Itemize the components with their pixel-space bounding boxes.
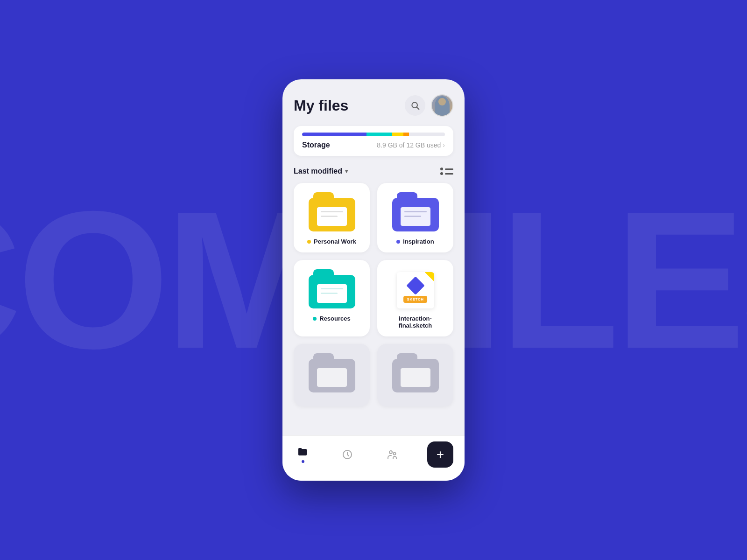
avatar[interactable] [431, 94, 453, 117]
file-name-personal-work: Personal Work [307, 238, 356, 245]
svg-point-4 [393, 453, 395, 455]
nav-files-button[interactable] [294, 444, 312, 465]
nav-recent-button[interactable] [338, 447, 357, 462]
file-item-inspiration[interactable]: Inspiration [377, 183, 453, 252]
file-item-sketch[interactable]: SKETCH interaction-final.sketch [377, 260, 453, 336]
bottom-nav: + [282, 435, 465, 481]
add-button[interactable]: + [427, 441, 453, 468]
file-item-gray-2[interactable] [377, 344, 453, 406]
search-button[interactable] [405, 95, 425, 116]
sort-chevron-icon: ▾ [345, 168, 348, 175]
sketch-diamond-icon [406, 276, 425, 295]
view-toggle-button[interactable] [440, 168, 453, 175]
file-dot-inspiration [396, 240, 400, 244]
view-toggle-row-2 [440, 172, 453, 175]
file-dot-personal-work [307, 240, 311, 244]
folder-personal-work-icon [309, 192, 355, 231]
files-grid: Personal Work Inspiration [294, 183, 453, 414]
sketch-badge: SKETCH [403, 296, 428, 303]
header: My files [294, 94, 453, 117]
view-toggle-line [445, 168, 453, 170]
search-icon [410, 101, 420, 110]
storage-segment-cyan [366, 133, 392, 136]
sketch-file-icon: SKETCH [392, 269, 439, 308]
file-dot-resources [313, 317, 317, 321]
view-toggle-dot [440, 172, 443, 175]
sort-bar: Last modified ▾ [294, 167, 453, 175]
folder-gray-1-icon [309, 353, 355, 392]
storage-label: Storage [302, 141, 330, 149]
nav-shared-button[interactable] [383, 447, 402, 462]
storage-segment-blue [302, 133, 366, 136]
header-actions [405, 94, 453, 117]
storage-usage: 8.9 GB of 12 GB used › [377, 141, 445, 149]
sort-button[interactable]: Last modified ▾ [294, 167, 348, 175]
page-title: My files [294, 97, 348, 114]
svg-point-3 [389, 451, 392, 454]
avatar-figure [435, 96, 450, 116]
view-toggle-dot [440, 168, 443, 170]
storage-info: Storage 8.9 GB of 12 GB used › [302, 141, 445, 149]
clock-nav-icon [342, 449, 353, 460]
file-item-gray-1[interactable] [294, 344, 370, 406]
file-item-resources[interactable]: Resources [294, 260, 370, 336]
storage-chevron-icon: › [443, 141, 445, 149]
storage-card[interactable]: Storage 8.9 GB of 12 GB used › [294, 126, 453, 156]
folder-nav-icon [297, 446, 309, 457]
nav-active-dot [302, 460, 304, 463]
storage-segment-yellow [392, 133, 403, 136]
file-name-inspiration: Inspiration [396, 238, 434, 245]
file-name-sketch: interaction-final.sketch [385, 315, 446, 329]
folder-gray-2-icon [392, 353, 439, 392]
svg-line-1 [417, 107, 419, 110]
phone-shell: My files S [282, 79, 465, 481]
view-toggle-line [445, 173, 453, 175]
storage-segment-orange [403, 133, 409, 136]
people-nav-icon [387, 449, 398, 460]
folder-resources-icon [309, 269, 355, 308]
view-toggle-row-1 [440, 168, 453, 170]
storage-bar [302, 133, 445, 136]
file-item-personal-work[interactable]: Personal Work [294, 183, 370, 252]
folder-inspiration-icon [392, 192, 439, 231]
file-name-resources: Resources [313, 315, 350, 322]
sort-label: Last modified [294, 167, 342, 175]
